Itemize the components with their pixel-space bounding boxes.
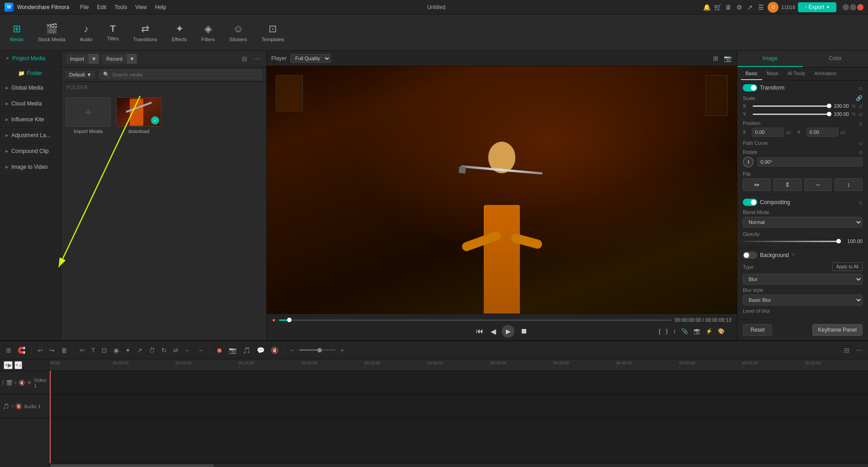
video-eye-icon[interactable]: 👁 (27, 380, 32, 386)
redo-button[interactable]: ↪ (47, 345, 57, 356)
insert-button[interactable]: ↕ (672, 327, 677, 336)
sidebar-item-global-media[interactable]: ▶ Global Media (0, 80, 61, 96)
skip-back-button[interactable]: ⏮ (475, 326, 485, 337)
grid-icon[interactable]: ⊞ (712, 54, 719, 63)
scale-x-diamond[interactable]: ◇ (859, 104, 863, 109)
toolbar-media[interactable]: ⊞ Media (4, 19, 30, 46)
sidebar-item-image-to-video[interactable]: ▶ Image to Video (0, 159, 61, 175)
mute-button[interactable]: 🔇 (269, 345, 281, 356)
snapshot-icon[interactable]: 📷 (723, 54, 732, 63)
sidebar-item-project-media[interactable]: ▼ Project Media (0, 51, 61, 67)
background-toggle[interactable] (743, 252, 757, 259)
transform-toggle[interactable] (743, 84, 757, 91)
sidebar-item-adjustment[interactable]: ▶ Adjustment La... (0, 128, 61, 143)
user-avatar[interactable]: U (768, 2, 778, 13)
opacity-slider[interactable] (743, 241, 841, 242)
share-icon[interactable]: ↗ (746, 3, 754, 11)
add-track-button[interactable]: ⊞ (4, 345, 14, 356)
flip-v2-button[interactable]: ↕ (835, 178, 863, 191)
toolbar-templates[interactable]: ⊡ Templates (255, 19, 290, 46)
settings-icon[interactable]: ⚙ (735, 3, 743, 11)
link-icon[interactable]: 🔗 (856, 95, 863, 101)
timeline-playhead[interactable] (50, 371, 51, 463)
subtab-mask[interactable]: Mask (762, 67, 783, 80)
flip-v-button[interactable]: ⇕ (774, 178, 802, 191)
scale-y-diamond[interactable]: ◇ (859, 112, 863, 117)
scale-x-slider[interactable] (753, 105, 829, 107)
scrubber-track[interactable] (279, 319, 671, 321)
forward-button[interactable]: → (195, 345, 206, 356)
path-curve-diamond[interactable]: ◇ (859, 141, 863, 146)
opacity-thumb[interactable] (836, 239, 841, 243)
more-options-icon[interactable]: ⋯ (252, 53, 262, 64)
scale-y-thumb[interactable] (827, 112, 831, 116)
append-button[interactable]: 📎 (680, 327, 689, 336)
flip-h2-button[interactable]: ↔ (804, 178, 832, 191)
menu-view[interactable]: View (132, 2, 151, 12)
step-back-button[interactable]: ◀ (489, 326, 497, 337)
filter-icon[interactable]: ⊟ (240, 53, 249, 64)
minimize-button[interactable]: _ (843, 4, 849, 10)
color-wheel-button[interactable]: ◉ (111, 345, 121, 356)
sidebar-item-cloud-media[interactable]: ▶ Cloud Media (0, 96, 61, 112)
record-dropdown[interactable]: ▼ (127, 54, 137, 64)
compositing-toggle[interactable] (743, 199, 757, 206)
toolbar-filters[interactable]: ◈ Filters (195, 19, 221, 46)
ai-button[interactable]: ✦ (123, 345, 133, 356)
import-dropdown[interactable]: ▼ (89, 54, 99, 64)
position-diamond[interactable]: ◇ (859, 121, 863, 126)
screenshot-button[interactable]: 📸 (692, 327, 702, 336)
rotate-diamond[interactable]: ◇ (859, 150, 863, 155)
pos-y-input[interactable]: 0.00 (807, 128, 838, 137)
camera-button[interactable]: 📷 (226, 345, 239, 356)
menu-help[interactable]: Help (151, 2, 170, 12)
zoom-thumb[interactable] (317, 348, 322, 353)
sort-button[interactable]: Default ▼ (66, 71, 95, 79)
compositing-diamond[interactable]: ◇ (859, 200, 863, 205)
magnet-button[interactable]: 🧲 (15, 345, 28, 356)
sidebar-item-influence-kit[interactable]: ▶ Influence Kite (0, 112, 61, 128)
record-button[interactable]: Record (102, 54, 127, 64)
download-media-thumb[interactable]: ✓ (116, 97, 161, 127)
zoom-in-button[interactable]: + (338, 345, 346, 356)
transition-button[interactable]: ⇄ (171, 345, 181, 356)
sidebar-folder[interactable]: 📁 Folder (0, 67, 61, 80)
video-settings-icon[interactable]: + (14, 380, 17, 386)
loop-button[interactable]: ↻ (159, 345, 169, 356)
download-media-item[interactable]: ✓ download (116, 97, 161, 336)
background-help-icon[interactable]: ? (792, 253, 794, 258)
audio-mute-icon[interactable]: 🔇 (15, 403, 22, 410)
add-video-track-button[interactable]: +▶ (4, 361, 13, 369)
more-options-button[interactable]: ⋯ (854, 345, 864, 356)
menu-icon[interactable]: ☰ (757, 3, 765, 11)
stop-button[interactable]: ⏹ (519, 326, 529, 337)
import-media-thumb[interactable]: + (66, 97, 111, 127)
zoom-slider[interactable] (299, 349, 335, 351)
search-box[interactable]: 🔍 (99, 70, 262, 79)
add-audio-track-button[interactable]: +♪ (14, 361, 22, 369)
scale-x-thumb[interactable] (827, 104, 831, 108)
import-button-group[interactable]: Import ▼ (66, 54, 99, 64)
import-media-item[interactable]: + Import Media (66, 97, 111, 336)
apply-to-all-button[interactable]: Apply to All (832, 262, 863, 271)
zoom-out-button[interactable]: − (288, 345, 297, 356)
color-button[interactable]: 🎨 (717, 327, 726, 336)
audio-button[interactable]: 🎵 (241, 345, 253, 356)
subtab-animation[interactable]: Animation (810, 67, 841, 80)
timeline-settings-button[interactable]: ⊟ (842, 345, 852, 356)
tab-image[interactable]: Image (737, 51, 803, 67)
toolbar-stock[interactable]: 🎬 Stock Media (32, 19, 72, 46)
mark-in-button[interactable]: { (657, 327, 662, 336)
close-button[interactable]: × (857, 4, 863, 10)
quality-select[interactable]: Full Quality (290, 54, 331, 63)
subtab-basic[interactable]: Basic (741, 67, 762, 80)
blend-mode-select[interactable]: Normal (743, 217, 863, 228)
menu-edit[interactable]: Edit (94, 2, 110, 12)
import-button[interactable]: Import (66, 54, 89, 64)
audio-settings-icon[interactable]: + (11, 403, 14, 410)
motion-button[interactable]: ↗ (135, 345, 145, 356)
search-input[interactable] (112, 72, 258, 77)
keyframe-panel-button[interactable]: Keyframe Panel (812, 324, 863, 336)
record-button-group[interactable]: Record ▼ (102, 54, 137, 64)
video-mute-icon[interactable]: 🔇 (19, 380, 25, 386)
